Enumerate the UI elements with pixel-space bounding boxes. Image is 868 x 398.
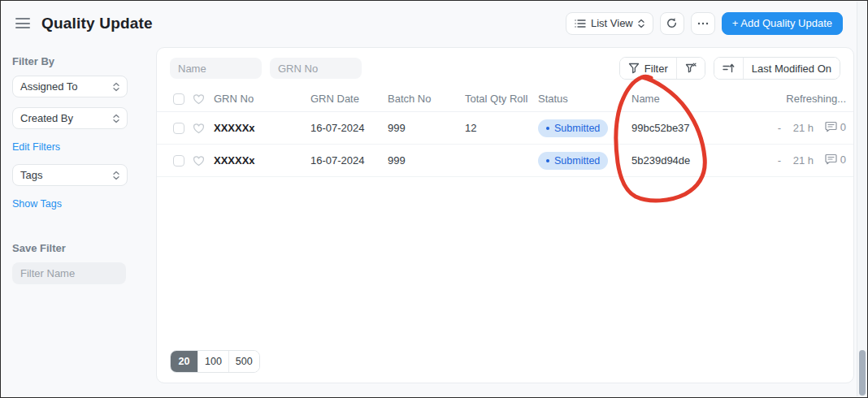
column-header-total-qty-roll[interactable]: Total Qty Roll [465,93,538,105]
filter-button[interactable]: Filter [620,58,676,79]
table-row[interactable]: XXXXXx 16-07-2024 999 Submitted 5b239d94… [157,145,853,177]
refresh-button[interactable] [660,12,684,35]
add-quality-update-button[interactable]: + Add Quality Update [722,12,843,35]
table-body: XXXXXx 16-07-2024 999 12 Submitted 99bc5… [157,112,853,177]
list-toolbar: Filter Last Modified On [157,48,853,86]
clear-filter-button[interactable] [676,58,705,79]
refresh-icon [666,17,678,29]
filter-clear-icon [685,63,697,74]
topbar-actions: List View + Add Quality Update [566,12,843,35]
assigned-to-select-value: Assigned To [20,80,78,93]
cell-assigned-dash: - [763,154,781,167]
grn-no-filter-input[interactable] [270,58,362,79]
top-header: Quality Update List View + Add Quality U… [1,1,856,45]
chevron-up-down-icon [113,171,119,180]
chevron-up-down-icon [638,19,644,28]
heart-icon[interactable] [193,123,205,134]
cell-assigned-dash: - [763,122,781,134]
sort-icon [723,63,735,74]
save-filter-label: Save Filter [12,242,144,254]
assigned-to-select[interactable]: Assigned To [12,76,128,97]
filter-funnel-icon [628,63,640,74]
cell-grn-no: XXXXXx [214,122,310,134]
scrollbar-thumb[interactable] [859,350,866,396]
filter-button-label: Filter [644,63,668,75]
chevron-up-down-icon [113,82,119,92]
page-title: Quality Update [41,15,153,32]
comment-icon [825,121,837,132]
column-header-name[interactable]: Name [631,93,763,105]
more-options-button[interactable] [691,12,715,35]
view-switcher-label: List View [591,17,633,29]
status-label: Submitted [554,155,600,167]
cell-batch-no: 999 [388,122,465,134]
column-header-status[interactable]: Status [538,93,631,105]
name-filter-input[interactable] [170,58,262,79]
menu-icon[interactable] [15,18,30,28]
filter-sidebar: Filter By Assigned To Created By Edit Fi… [1,45,155,397]
list-view-icon [575,19,586,28]
created-by-select[interactable]: Created By [12,107,128,129]
filter-by-label: Filter By [12,55,144,67]
scrollbar-track [857,2,866,396]
row-checkbox[interactable] [173,123,184,134]
sort-field-button[interactable]: Last Modified On [743,58,840,79]
cell-grn-date: 16-07-2024 [310,122,388,134]
cell-modified: 21 h [781,154,814,167]
app-window: Quality Update List View + Add Quality U… [0,0,868,398]
show-tags-link[interactable]: Show Tags [12,198,62,210]
page-size-100[interactable]: 100 [198,351,229,372]
list-view-card: Filter Last Modified On [156,47,854,383]
page-size-20[interactable]: 20 [171,351,198,372]
status-label: Submitted [554,123,600,134]
select-all-checkbox[interactable] [173,93,184,105]
chevron-up-down-icon [113,114,119,123]
status-badge: Submitted [538,152,608,170]
cell-total-qty-roll: 12 [465,122,538,134]
cell-name: 5b239d94de [631,154,763,167]
comment-count[interactable]: 0 [814,121,846,133]
row-checkbox[interactable] [173,155,184,167]
cell-name: 99bc52be37 [631,122,763,134]
comment-count-value: 0 [840,121,846,133]
sort-button-group: Last Modified On [714,57,840,80]
cell-batch-no: 999 [388,154,465,167]
comment-count-value: 0 [840,154,846,166]
table-row[interactable]: XXXXXx 16-07-2024 999 12 Submitted 99bc5… [157,112,853,145]
cell-grn-no: XXXXXx [214,154,310,167]
column-header-batch-no[interactable]: Batch No [388,93,465,105]
page-size-500[interactable]: 500 [229,351,259,372]
column-header-grn-date[interactable]: GRN Date [310,93,388,105]
comment-icon [825,154,837,165]
table-header-row: GRN No GRN Date Batch No Total Qty Roll … [157,86,853,112]
status-badge: Submitted [538,119,608,137]
cell-modified: 21 h [781,122,814,134]
sort-direction-button[interactable] [714,58,743,79]
filter-button-group: Filter [619,57,705,80]
cell-grn-date: 16-07-2024 [310,154,388,167]
created-by-select-value: Created By [20,112,73,124]
view-switcher-button[interactable]: List View [566,12,653,35]
status-dot-icon [546,159,549,162]
tags-select[interactable]: Tags [12,164,128,186]
filter-name-input[interactable] [12,262,126,284]
ellipsis-icon [697,22,709,25]
heart-icon[interactable] [193,93,205,105]
toolbar-right-actions: Filter Last Modified On [619,57,840,80]
tags-select-value: Tags [20,169,42,181]
column-header-grn-no[interactable]: GRN No [214,93,310,105]
heart-icon[interactable] [193,155,205,167]
comment-count[interactable]: 0 [814,154,846,166]
column-header-refreshing: Refreshing... [763,93,846,105]
page-size-selector: 20 100 500 [170,350,260,373]
status-dot-icon [546,127,549,130]
edit-filters-link[interactable]: Edit Filters [12,141,60,153]
